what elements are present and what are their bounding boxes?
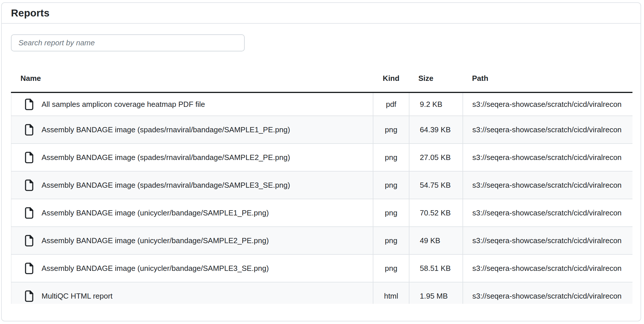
report-path: s3://seqera-showcase/scratch/cicd/viralr… (463, 171, 632, 199)
report-kind: pdf (373, 92, 409, 116)
reports-table: Name Kind Size Path All samples amplicon… (11, 65, 632, 304)
report-name[interactable]: Assembly BANDAGE image (unicycler/bandag… (42, 236, 269, 245)
reports-table-container: Name Kind Size Path All samples amplicon… (11, 65, 632, 304)
reports-card-body: Name Kind Size Path All samples amplicon… (2, 24, 641, 304)
column-header-name: Name (11, 65, 373, 92)
report-path: s3://seqera-showcase/scratch/cicd/viralr… (463, 144, 632, 171)
report-size: 64.39 KB (409, 116, 463, 144)
table-row[interactable]: Assembly BANDAGE image (unicycler/bandag… (11, 227, 632, 254)
report-size: 49 KB (409, 227, 463, 254)
report-kind: png (373, 227, 409, 254)
report-path: s3://seqera-showcase/scratch/cicd/viralr… (463, 254, 632, 282)
table-row[interactable]: Assembly BANDAGE image (spades/rnaviral/… (11, 144, 632, 171)
table-row[interactable]: Assembly BANDAGE image (spades/rnaviral/… (11, 171, 632, 199)
file-icon (24, 179, 34, 191)
report-size: 54.75 KB (409, 171, 463, 199)
table-row[interactable]: MultiQC HTML report html 1.95 MB s3://se… (11, 282, 632, 304)
report-kind: png (373, 199, 409, 227)
report-kind: png (373, 116, 409, 144)
report-kind: png (373, 171, 409, 199)
table-row[interactable]: Assembly BANDAGE image (unicycler/bandag… (11, 254, 632, 282)
report-path: s3://seqera-showcase/scratch/cicd/viralr… (463, 116, 632, 144)
report-size: 9.2 KB (409, 92, 463, 116)
search-input[interactable] (11, 34, 245, 51)
file-icon (24, 207, 34, 219)
report-size: 70.52 KB (409, 199, 463, 227)
reports-card: Reports Name Kind Size Path (1, 2, 641, 321)
report-name[interactable]: Assembly BANDAGE image (unicycler/bandag… (42, 264, 269, 273)
report-name[interactable]: Assembly BANDAGE image (spades/rnaviral/… (42, 153, 290, 162)
reports-card-header: Reports (2, 3, 641, 24)
column-header-path: Path (463, 65, 632, 92)
report-kind: png (373, 144, 409, 171)
report-path: s3://seqera-showcase/scratch/cicd/viralr… (463, 227, 632, 254)
column-header-size: Size (409, 65, 463, 92)
table-row[interactable]: Assembly BANDAGE image (spades/rnaviral/… (11, 116, 632, 144)
report-size: 1.95 MB (409, 282, 463, 304)
file-icon (24, 262, 34, 274)
file-icon (24, 235, 34, 247)
report-name[interactable]: Assembly BANDAGE image (unicycler/bandag… (42, 208, 269, 217)
file-icon (24, 290, 34, 302)
page-title: Reports (11, 7, 50, 19)
report-kind: html (373, 282, 409, 304)
report-size: 58.51 KB (409, 254, 463, 282)
file-icon (24, 98, 34, 110)
table-header-row: Name Kind Size Path (11, 65, 632, 92)
report-path: s3://seqera-showcase/scratch/cicd/viralr… (463, 92, 632, 116)
column-header-kind: Kind (373, 65, 409, 92)
file-icon (24, 124, 34, 136)
report-kind: png (373, 254, 409, 282)
report-name[interactable]: All samples amplicon coverage heatmap PD… (42, 100, 205, 109)
report-name[interactable]: MultiQC HTML report (42, 292, 113, 301)
table-row[interactable]: All samples amplicon coverage heatmap PD… (11, 92, 632, 116)
file-icon (24, 152, 34, 163)
table-row[interactable]: Assembly BANDAGE image (unicycler/bandag… (11, 199, 632, 227)
report-path: s3://seqera-showcase/scratch/cicd/viralr… (463, 199, 632, 227)
report-path: s3://seqera-showcase/scratch/cicd/viralr… (463, 282, 632, 304)
report-name[interactable]: Assembly BANDAGE image (spades/rnaviral/… (42, 125, 290, 134)
report-size: 27.05 KB (409, 144, 463, 171)
report-name[interactable]: Assembly BANDAGE image (spades/rnaviral/… (42, 181, 290, 190)
